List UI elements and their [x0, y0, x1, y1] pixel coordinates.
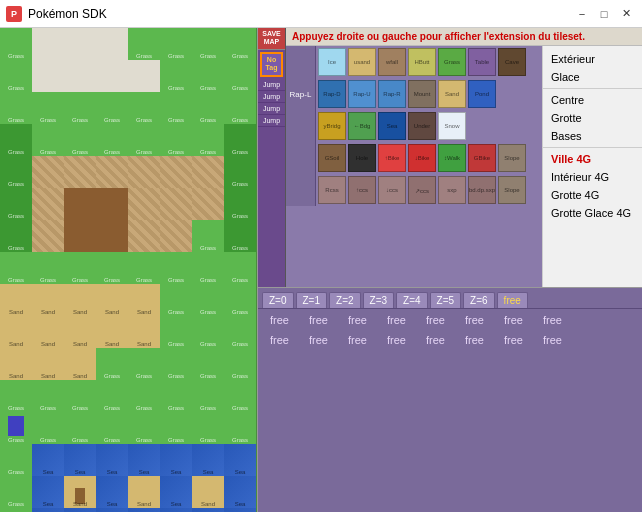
tile-14-1[interactable]: Sea: [32, 476, 64, 508]
tile-15-2[interactable]: Sea: [64, 508, 96, 512]
free-cell-0-2[interactable]: free: [340, 313, 375, 327]
tile-15-4[interactable]: Sea: [128, 508, 160, 512]
ts-tile-bike[interactable]: ↓Bike: [408, 144, 436, 172]
tile-6-4[interactable]: [128, 220, 160, 252]
ts-tile-ice[interactable]: Ice: [318, 48, 346, 76]
tile-0-6[interactable]: Grass: [192, 28, 224, 60]
tile-12-1[interactable]: Grass: [32, 412, 64, 444]
ts-tile-hbutt[interactable]: HButt: [408, 48, 436, 76]
free-cell-0-0[interactable]: free: [262, 313, 297, 327]
free-cell-1-1[interactable]: free: [301, 333, 336, 347]
ts-tile-ybridg[interactable]: yBridg: [318, 112, 346, 140]
free-cell-0-1[interactable]: free: [301, 313, 336, 327]
tile-1-7[interactable]: Grass: [224, 60, 256, 92]
tile-11-1[interactable]: Grass: [32, 380, 64, 412]
tile-8-6[interactable]: Grass: [192, 284, 224, 316]
tile-13-3[interactable]: Sea: [96, 444, 128, 476]
ts-tile-wfall[interactable]: wfall: [378, 48, 406, 76]
ts-tile-bike[interactable]: ↑Bike: [378, 144, 406, 172]
nav-item-4[interactable]: Bases: [543, 127, 642, 145]
tile-9-4[interactable]: Sand: [128, 316, 160, 348]
tile-13-5[interactable]: Sea: [160, 444, 192, 476]
tile-11-4[interactable]: Grass: [128, 380, 160, 412]
tile-9-5[interactable]: Grass: [160, 316, 192, 348]
tile-13-6[interactable]: Sea: [192, 444, 224, 476]
maximize-button[interactable]: □: [594, 5, 614, 23]
tile-10-5[interactable]: Grass: [160, 348, 192, 380]
free-cell-1-6[interactable]: free: [496, 333, 531, 347]
tile-14-7[interactable]: Sea: [224, 476, 256, 508]
tile-9-7[interactable]: Grass: [224, 316, 256, 348]
free-cell-0-6[interactable]: free: [496, 313, 531, 327]
ts-tile-cave[interactable]: Cave: [498, 48, 526, 76]
tile-5-0[interactable]: Grass: [0, 188, 32, 220]
tile-3-5[interactable]: Grass: [160, 124, 192, 156]
nav-item-5[interactable]: Ville 4G: [543, 150, 642, 168]
tile-12-0[interactable]: Grass: [0, 412, 32, 444]
ts-tile-bdg[interactable]: ←Bdg: [348, 112, 376, 140]
ts-tile-rcss[interactable]: Rcss: [318, 176, 346, 204]
tile-4-5[interactable]: [160, 156, 192, 188]
tile-5-5[interactable]: [160, 188, 192, 220]
tile-9-2[interactable]: Sand: [64, 316, 96, 348]
tilemap-canvas[interactable]: GrassGrassGrassGrassGrassGrassGrassGrass…: [0, 28, 258, 512]
tile-6-3[interactable]: [96, 220, 128, 252]
ts-tile-sxp[interactable]: sxp: [438, 176, 466, 204]
tile-1-5[interactable]: Grass: [160, 60, 192, 92]
tile-0-3[interactable]: [96, 28, 128, 60]
free-cell-0-4[interactable]: free: [418, 313, 453, 327]
tile-3-1[interactable]: Grass: [32, 124, 64, 156]
tileset-grid[interactable]: IceusandwfallHButtGrassTableCaveRap-LRap…: [286, 46, 542, 287]
tile-0-1[interactable]: [32, 28, 64, 60]
tile-8-5[interactable]: Grass: [160, 284, 192, 316]
tile-2-5[interactable]: Grass: [160, 92, 192, 124]
z-tab-4[interactable]: Z=4: [396, 292, 428, 308]
free-cell-0-5[interactable]: free: [457, 313, 492, 327]
ts-tile-rapr[interactable]: Rap-R: [378, 80, 406, 108]
tile-1-1[interactable]: [32, 60, 64, 92]
tile-15-7[interactable]: Sea: [224, 508, 256, 512]
tile-8-4[interactable]: Sand: [128, 284, 160, 316]
tile-6-5[interactable]: [160, 220, 192, 252]
tile-13-0[interactable]: Grass: [0, 444, 32, 476]
free-cell-1-3[interactable]: free: [379, 333, 414, 347]
tile-7-6[interactable]: Grass: [192, 252, 224, 284]
z-tab-0[interactable]: Z=0: [262, 292, 294, 308]
ts-tile-sea[interactable]: Sea: [378, 112, 406, 140]
tile-3-0[interactable]: Grass: [0, 124, 32, 156]
ts-tile-snow[interactable]: Snow: [438, 112, 466, 140]
tile-15-1[interactable]: Sea: [32, 508, 64, 512]
tile-1-6[interactable]: Grass: [192, 60, 224, 92]
tile-6-2[interactable]: [64, 220, 96, 252]
tile-14-2[interactable]: Sand: [64, 476, 96, 508]
tile-13-7[interactable]: Sea: [224, 444, 256, 476]
tile-11-2[interactable]: Grass: [64, 380, 96, 412]
tile-7-5[interactable]: Grass: [160, 252, 192, 284]
tile-0-5[interactable]: Grass: [160, 28, 192, 60]
tile-8-3[interactable]: Sand: [96, 284, 128, 316]
ts-tile-ccs[interactable]: ↗ccs: [408, 176, 436, 204]
nav-item-3[interactable]: Grotte: [543, 109, 642, 127]
free-cell-1-4[interactable]: free: [418, 333, 453, 347]
free-cell-1-2[interactable]: free: [340, 333, 375, 347]
tile-4-0[interactable]: Grass: [0, 156, 32, 188]
tile-7-4[interactable]: Grass: [128, 252, 160, 284]
tile-4-2[interactable]: [64, 156, 96, 188]
tile-2-0[interactable]: Grass: [0, 92, 32, 124]
tile-1-2[interactable]: [64, 60, 96, 92]
tile-0-0[interactable]: Grass: [0, 28, 32, 60]
tile-14-5[interactable]: Sea: [160, 476, 192, 508]
tile-7-3[interactable]: Grass: [96, 252, 128, 284]
tile-10-3[interactable]: Grass: [96, 348, 128, 380]
tile-6-1[interactable]: [32, 220, 64, 252]
tile-10-7[interactable]: Grass: [224, 348, 256, 380]
ts-tile-gsoil[interactable]: GSoil: [318, 144, 346, 172]
tile-12-5[interactable]: Grass: [160, 412, 192, 444]
tile-11-0[interactable]: Grass: [0, 380, 32, 412]
tile-2-7[interactable]: Grass: [224, 92, 256, 124]
tile-5-7[interactable]: Grass: [224, 188, 256, 220]
ts-tile-bddpsxp[interactable]: bd.dp.sxp: [468, 176, 496, 204]
tile-14-3[interactable]: Sea: [96, 476, 128, 508]
tile-13-2[interactable]: Sea: [64, 444, 96, 476]
tag-jump-4[interactable]: Jump: [258, 115, 285, 127]
